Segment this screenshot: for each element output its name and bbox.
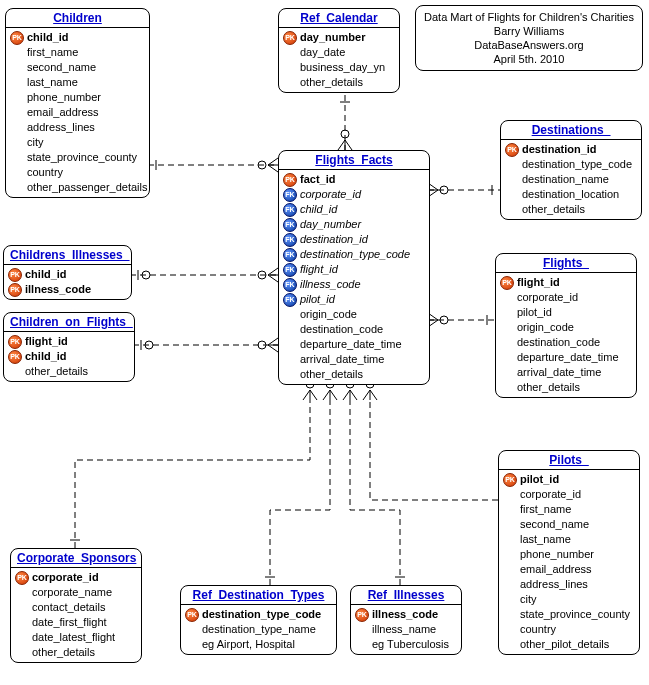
entity-title: Ref_Calendar [279, 9, 399, 28]
primary-key-icon: PK [8, 350, 22, 364]
attribute-name: state_province_county [27, 150, 137, 165]
attribute-name: phone_number [27, 90, 101, 105]
attribute-row: PKpilot_id [503, 472, 635, 487]
attribute-row: origin_code [500, 320, 632, 335]
attribute-row: illness_name [355, 622, 457, 637]
attribute-name: email_address [520, 562, 592, 577]
attribute-name: other_details [32, 645, 95, 660]
foreign-key-icon: FK [283, 203, 297, 217]
attribute-name: day_date [300, 45, 345, 60]
attribute-row: other_details [505, 202, 637, 217]
attribute-name: child_id [25, 267, 67, 282]
entity-title: Destinations_ [501, 121, 641, 140]
attribute-name: city [27, 135, 44, 150]
primary-key-icon: PK [283, 31, 297, 45]
primary-key-icon: PK [8, 268, 22, 282]
attribute-row: address_lines [503, 577, 635, 592]
attribute-row: PKday_number [283, 30, 395, 45]
attribute-row: state_province_county [10, 150, 145, 165]
attribute-name: corporate_id [32, 570, 99, 585]
attribute-row: arrival_date_time [283, 352, 425, 367]
attribute-name: other_details [25, 364, 88, 379]
attribute-name: child_id [25, 349, 67, 364]
info-line: Barry Williams [424, 24, 634, 38]
attribute-row: FKdestination_type_code [283, 247, 425, 262]
svg-point-14 [258, 271, 266, 279]
primary-key-icon: PK [500, 276, 514, 290]
attribute-name: illness_code [372, 607, 438, 622]
attribute-name: first_name [520, 502, 571, 517]
svg-point-13 [142, 271, 150, 279]
entity-title: Corporate_Sponsors [11, 549, 141, 568]
attribute-row: destination_name [505, 172, 637, 187]
entity-ref-calendar: Ref_CalendarPKday_numberday_datebusiness… [278, 8, 400, 93]
attribute-name: origin_code [300, 307, 357, 322]
attribute-name: corporate_id [517, 290, 578, 305]
foreign-key-icon: FK [283, 218, 297, 232]
entity-children-on-flights: Children_on_Flights_PKflight_idPKchild_i… [3, 312, 135, 382]
attribute-row: destination_code [283, 322, 425, 337]
attribute-name: first_name [27, 45, 78, 60]
attribute-row: other_details [283, 367, 425, 382]
attribute-name: corporate_id [520, 487, 581, 502]
attribute-row: date_first_flight [15, 615, 137, 630]
entity-ref-destination-types: Ref_Destination_TypesPKdestination_type_… [180, 585, 337, 655]
attribute-row: pilot_id [500, 305, 632, 320]
attribute-row: contact_details [15, 600, 137, 615]
attribute-row: arrival_date_time [500, 365, 632, 380]
info-line: Data Mart of Flights for Children's Char… [424, 10, 634, 24]
attribute-name: destination_name [522, 172, 609, 187]
attribute-name: second_name [27, 60, 96, 75]
attribute-name: fact_id [300, 172, 335, 187]
attribute-name: date_first_flight [32, 615, 107, 630]
attribute-row: FKillness_code [283, 277, 425, 292]
entity-title: Childrens_Illnesses_ [4, 246, 131, 265]
primary-key-icon: PK [505, 143, 519, 157]
foreign-key-icon: FK [283, 188, 297, 202]
info-line: April 5th. 2010 [424, 52, 634, 66]
attribute-row: PKchild_id [10, 30, 145, 45]
attribute-name: other_details [522, 202, 585, 217]
attribute-row: PKdestination_id [505, 142, 637, 157]
attribute-name: contact_details [32, 600, 105, 615]
attribute-name: date_latest_flight [32, 630, 115, 645]
foreign-key-icon: FK [283, 233, 297, 247]
entity-title: Flights_Facts [279, 151, 429, 170]
attribute-name: other_passenger_details [27, 180, 147, 195]
entity-title: Ref_Destination_Types [181, 586, 336, 605]
entity-childrens-illnesses: Childrens_Illnesses_PKchild_idPKillness_… [3, 245, 132, 300]
attribute-name: pilot_id [300, 292, 335, 307]
attribute-row: PKdestination_type_code [185, 607, 332, 622]
attribute-name: child_id [300, 202, 337, 217]
attribute-name: corporate_id [300, 187, 361, 202]
attribute-name: illness_code [25, 282, 91, 297]
attribute-row: FKdestination_id [283, 232, 425, 247]
attribute-name: second_name [520, 517, 589, 532]
attribute-row: country [10, 165, 145, 180]
attribute-row: FKchild_id [283, 202, 425, 217]
attribute-row: last_name [503, 532, 635, 547]
attribute-name: child_id [27, 30, 69, 45]
attribute-row: destination_location [505, 187, 637, 202]
attribute-row: second_name [10, 60, 145, 75]
attribute-name: arrival_date_time [517, 365, 601, 380]
attribute-name: departure_date_time [300, 337, 402, 352]
attribute-name: destination_location [522, 187, 619, 202]
foreign-key-icon: FK [283, 278, 297, 292]
diagram-title-box: Data Mart of Flights for Children's Char… [415, 5, 643, 71]
attribute-row: other_pilot_details [503, 637, 635, 652]
attribute-name: pilot_id [517, 305, 552, 320]
attribute-row: FKpilot_id [283, 292, 425, 307]
attribute-name: illness_name [372, 622, 436, 637]
attribute-row: corporate_id [500, 290, 632, 305]
entity-destinations: Destinations_PKdestination_iddestination… [500, 120, 642, 220]
primary-key-icon: PK [355, 608, 369, 622]
attribute-row: PKfact_id [283, 172, 425, 187]
attribute-row: other_passenger_details [10, 180, 145, 195]
attribute-row: address_lines [10, 120, 145, 135]
attribute-row: PKflight_id [500, 275, 632, 290]
attribute-name: destination_id [300, 232, 368, 247]
primary-key-icon: PK [503, 473, 517, 487]
primary-key-icon: PK [185, 608, 199, 622]
attribute-row: PKchild_id [8, 267, 127, 282]
